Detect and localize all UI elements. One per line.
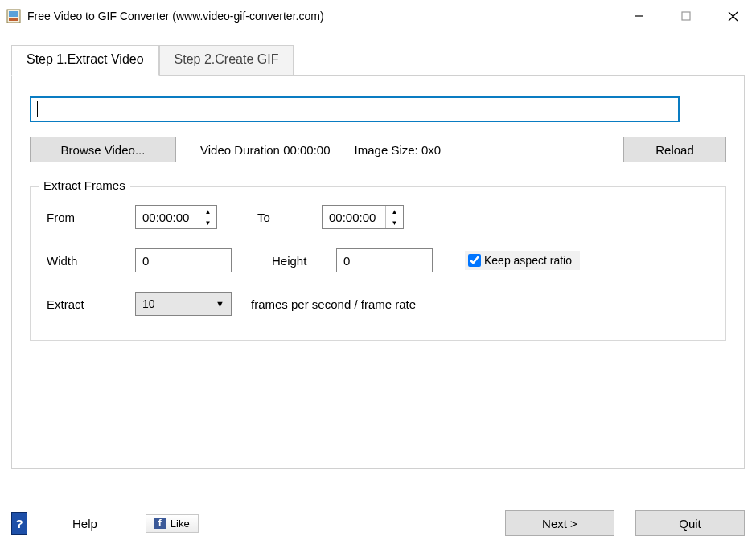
info-row: Browse Video... Video Duration 00:00:00 … [30, 137, 726, 162]
fps-value: 10 [142, 297, 155, 310]
video-duration-label: Video Duration [200, 143, 280, 157]
app-icon [6, 9, 21, 23]
height-input[interactable] [336, 248, 433, 272]
from-spin-down-icon[interactable]: ▼ [199, 217, 216, 228]
extract-frames-group: Extract Frames From ▲ ▼ To ▲ ▼ [30, 186, 726, 341]
extract-frames-legend: Extract Frames [39, 178, 130, 192]
svg-rect-2 [9, 18, 18, 21]
keep-aspect-input[interactable] [468, 254, 481, 267]
svg-rect-4 [682, 12, 690, 20]
tab-bar: Step 1.Extract Video Step 2.Create GIF [11, 45, 745, 75]
next-button[interactable]: Next > [505, 510, 614, 536]
close-button[interactable] [709, 0, 756, 32]
tab-step2[interactable]: Step 2.Create GIF [159, 45, 294, 75]
facebook-icon: f [154, 518, 166, 529]
from-label: From [47, 211, 135, 224]
width-input[interactable] [135, 248, 232, 272]
svg-rect-1 [9, 11, 18, 17]
keep-aspect-label: Keep aspect ratio [484, 254, 572, 267]
from-spin-up-icon[interactable]: ▲ [199, 206, 216, 217]
image-size: Image Size: 0x0 [355, 143, 442, 157]
to-spin-up-icon[interactable]: ▲ [386, 206, 403, 217]
minimize-button[interactable] [616, 0, 663, 32]
titlebar: Free Video to GIF Converter (www.video-g… [0, 0, 756, 32]
extract-label: Extract [47, 297, 135, 311]
video-duration-value: 00:00:00 [283, 143, 330, 157]
to-label: To [257, 211, 322, 224]
client-area: Step 1.Extract Video Step 2.Create GIF B… [11, 45, 745, 469]
height-label: Height [272, 254, 336, 268]
width-label: Width [47, 254, 135, 268]
help-link[interactable]: Help [72, 517, 97, 531]
to-time-spinner[interactable]: ▲ ▼ [322, 205, 404, 229]
like-button[interactable]: f Like [146, 514, 199, 533]
like-label: Like [171, 518, 190, 530]
path-row [30, 96, 680, 122]
chevron-down-icon: ▼ [216, 299, 224, 309]
to-time-input[interactable] [323, 206, 385, 228]
image-size-label: Image Size: [355, 143, 418, 157]
footer: ? Help f Like Next > Quit [11, 510, 745, 536]
fps-select[interactable]: 10 ▼ [135, 292, 232, 316]
browse-video-button[interactable]: Browse Video... [30, 137, 176, 162]
video-path-input[interactable] [30, 96, 680, 122]
help-icon[interactable]: ? [11, 512, 27, 535]
keep-aspect-checkbox[interactable]: Keep aspect ratio [465, 251, 580, 270]
tab-step1[interactable]: Step 1.Extract Video [11, 45, 159, 76]
image-size-value: 0x0 [421, 143, 441, 157]
panel-step1: Browse Video... Video Duration 00:00:00 … [11, 75, 745, 469]
reload-button[interactable]: Reload [623, 137, 726, 162]
to-spin-down-icon[interactable]: ▼ [386, 217, 403, 228]
window-title: Free Video to GIF Converter (www.video-g… [27, 10, 324, 23]
maximize-button[interactable] [663, 0, 709, 32]
video-duration: Video Duration 00:00:00 [200, 143, 331, 157]
from-time-spinner[interactable]: ▲ ▼ [135, 205, 217, 229]
quit-button[interactable]: Quit [635, 510, 745, 536]
fps-suffix-label: frames per second / frame rate [251, 297, 416, 311]
from-time-input[interactable] [136, 206, 199, 228]
